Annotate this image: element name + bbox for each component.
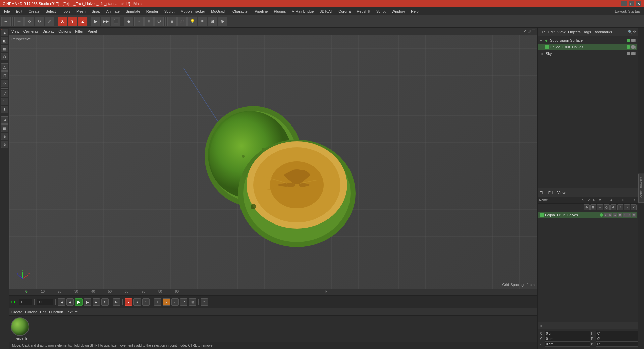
menu-plugins[interactable]: Plugins: [271, 9, 288, 14]
sm-row-subdivision[interactable]: ▶ ◆ Subdivision Surface |: [538, 37, 637, 44]
menu-edit[interactable]: Edit: [13, 9, 25, 14]
menu-snap[interactable]: Snap: [89, 9, 103, 14]
left-tool-8[interactable]: ╱: [1, 90, 8, 97]
close-button[interactable]: ✕: [636, 1, 641, 6]
z-pos-input[interactable]: [545, 341, 590, 347]
menu-render[interactable]: Render: [144, 9, 161, 14]
op-menu-edit[interactable]: Edit: [548, 191, 555, 195]
sm-sky-gray-dot-2[interactable]: [631, 52, 635, 55]
z-axis-btn[interactable]: Z: [78, 17, 87, 26]
render-region[interactable]: ▶: [91, 17, 100, 26]
menu-redshift[interactable]: Redshift: [354, 9, 373, 14]
mat-menu-corona[interactable]: Corona: [25, 310, 37, 314]
op-feijoa-row[interactable]: Feijoa_Fruit_Halves ⊙ ⊞ ≡ ⊕ ↗ ↙ ✕: [538, 212, 637, 218]
op-btn-7[interactable]: ↘: [624, 204, 630, 210]
mat-menu-texture[interactable]: Texture: [66, 310, 78, 314]
menu-3dtoall[interactable]: 3DToAll: [317, 9, 335, 14]
menu-script[interactable]: Script: [374, 9, 388, 14]
render-full[interactable]: ⬛: [111, 17, 120, 26]
scene-browser-tab[interactable]: Scene Browser: [638, 174, 644, 203]
undo-button[interactable]: ↩: [1, 17, 11, 26]
viewport[interactable]: View Cameras Display Options Filter Pane…: [9, 28, 537, 289]
left-tool-3[interactable]: ▦: [1, 45, 8, 52]
snapping[interactable]: ⊞: [167, 17, 177, 26]
menu-pipeline[interactable]: Pipeline: [252, 9, 270, 14]
op-sm-1[interactable]: ⊙: [604, 213, 608, 217]
mat-menu-edit[interactable]: Edit: [40, 310, 46, 314]
left-tool-7[interactable]: ◇: [1, 80, 8, 87]
sm-feijoa-green-dot[interactable]: [627, 45, 630, 49]
key-help-btn[interactable]: ?: [142, 298, 150, 306]
world-axis[interactable]: ⊕: [218, 17, 227, 26]
mat-menu-create[interactable]: Create: [11, 310, 22, 314]
menu-character[interactable]: Character: [230, 9, 251, 14]
op-btn-8[interactable]: ✕: [631, 204, 637, 210]
op-sm-6[interactable]: ↙: [627, 213, 631, 217]
op-sm-4[interactable]: ⊕: [618, 213, 622, 217]
menu-mesh[interactable]: Mesh: [74, 9, 88, 14]
auto-key-btn[interactable]: A: [133, 298, 141, 306]
goto-end-btn[interactable]: ⊳|: [113, 298, 120, 306]
op-btn-5[interactable]: ⊕: [610, 204, 616, 210]
left-tool-5[interactable]: △: [1, 63, 8, 71]
y-pos-input[interactable]: [545, 336, 590, 341]
key-circle-btn[interactable]: ○: [171, 298, 179, 306]
edge-mode[interactable]: ⌗: [144, 17, 154, 26]
menu-corona[interactable]: Corona: [336, 9, 353, 14]
select-tool[interactable]: ⊹: [24, 17, 34, 26]
menu-animate[interactable]: Animate: [104, 9, 122, 14]
sm-menu-edit[interactable]: Edit: [548, 30, 555, 34]
left-tool-6[interactable]: ◻: [1, 71, 8, 79]
op-green-dot[interactable]: [600, 213, 603, 217]
next-keyframe-btn[interactable]: ▶|: [93, 298, 100, 306]
left-tool-9[interactable]: ⌒: [1, 98, 8, 105]
left-tool-14[interactable]: ⊙: [1, 141, 8, 148]
sm-menu-view[interactable]: View: [557, 30, 566, 34]
move-tool[interactable]: ✛: [14, 17, 24, 26]
p-rot-input[interactable]: [596, 336, 641, 341]
sm-settings-icon[interactable]: ⚙: [633, 30, 636, 34]
menu-help[interactable]: Help: [408, 9, 421, 14]
sm-row-sky[interactable]: ○ Sky |: [538, 50, 637, 57]
sm-row-feijoa[interactable]: Feijoa_Fruit_Halves |: [538, 44, 637, 50]
render-view[interactable]: ▶▶: [101, 17, 110, 26]
op-sm-3[interactable]: ≡: [613, 213, 617, 217]
op-sm-5[interactable]: ↗: [623, 213, 627, 217]
menu-create[interactable]: Create: [26, 9, 42, 14]
left-tool-11[interactable]: ⊿: [1, 116, 8, 124]
vp-menu-display[interactable]: Display: [42, 29, 54, 33]
lights[interactable]: 💡: [187, 17, 197, 26]
vp-menu-view[interactable]: View: [11, 29, 19, 33]
rotate-tool[interactable]: ↻: [35, 17, 44, 26]
h-rot-input[interactable]: [596, 331, 641, 336]
maximize-button[interactable]: □: [629, 1, 634, 6]
sm-menu-file[interactable]: File: [540, 30, 546, 34]
sm-menu-tags[interactable]: Tags: [583, 30, 591, 34]
frame-input[interactable]: [19, 299, 32, 305]
menu-simulate[interactable]: Simulate: [123, 9, 143, 14]
play-btn[interactable]: ▶: [75, 298, 83, 306]
left-tool-1[interactable]: ◈: [1, 29, 8, 36]
polygon-mode[interactable]: ⬡: [154, 17, 164, 26]
menu-motion-tracker[interactable]: Motion Tracker: [178, 9, 208, 14]
op-btn-1[interactable]: ⊙: [584, 204, 590, 210]
frame-end-input[interactable]: [37, 299, 53, 305]
op-menu-file[interactable]: File: [540, 191, 546, 195]
scale-tool[interactable]: ⤢: [45, 17, 54, 26]
menu-tools[interactable]: Tools: [59, 9, 73, 14]
loop-btn[interactable]: ↻: [101, 298, 109, 306]
left-tool-13[interactable]: ⊛: [1, 133, 8, 140]
key-grid-btn[interactable]: ⊞: [189, 298, 196, 306]
x-pos-input[interactable]: [545, 331, 590, 336]
menu-window[interactable]: Window: [389, 9, 408, 14]
op-btn-3[interactable]: ≡: [597, 204, 603, 210]
vp-menu-filter[interactable]: Filter: [75, 29, 83, 33]
record-btn[interactable]: ●: [125, 298, 132, 306]
op-btn-6[interactable]: ↗: [617, 204, 623, 210]
material-thumbnail[interactable]: [11, 317, 29, 336]
x-axis-btn[interactable]: X: [58, 17, 67, 26]
op-btn-4[interactable]: ◎: [604, 204, 610, 210]
mat-menu-function[interactable]: Function: [49, 310, 63, 314]
viewport-canvas[interactable]: X Y Z Perspective Grid Spacing : 1 cm: [9, 35, 537, 289]
grid[interactable]: ⊞: [208, 17, 217, 26]
